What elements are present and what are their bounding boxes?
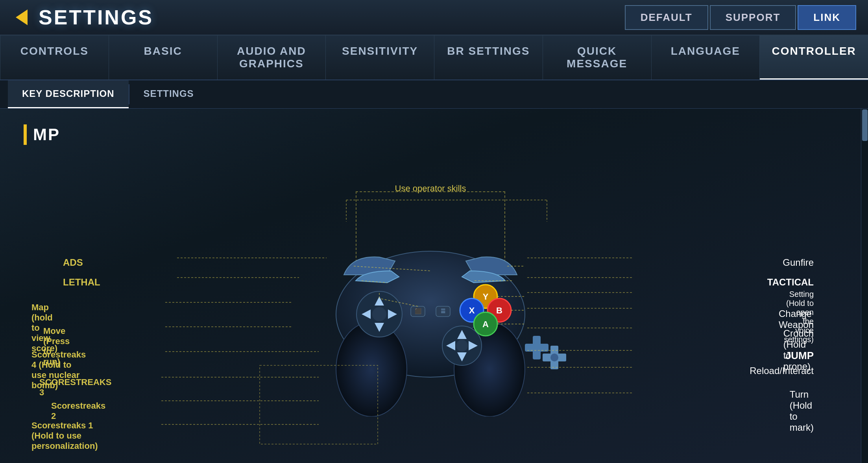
diagram-area: Use operator skills xyxy=(24,157,837,463)
header-buttons: DEFAULT SUPPORT LINK xyxy=(625,5,856,30)
subtab-key-description[interactable]: KEY DESCRIPTION xyxy=(8,80,129,108)
header-left: SETTINGS xyxy=(12,6,153,29)
sub-tabs: KEY DESCRIPTION SETTINGS xyxy=(0,80,868,109)
svg-text:A: A xyxy=(482,319,489,329)
label-reload: Reload/Interact xyxy=(750,365,814,376)
label-jump: JUMP xyxy=(785,350,814,362)
label-turn: Turn (Hold to mark) xyxy=(790,389,814,433)
svg-rect-11 xyxy=(525,344,549,352)
main-area: MP Use operator skills xyxy=(0,109,861,463)
svg-text:Y: Y xyxy=(483,292,489,302)
svg-point-20 xyxy=(456,340,468,352)
tab-controls[interactable]: CONTROLS xyxy=(0,35,109,80)
tab-basic[interactable]: BASIC xyxy=(109,35,218,80)
tab-controller[interactable]: CONTROLLER xyxy=(760,35,868,80)
label-ads: ADS xyxy=(63,257,83,268)
svg-point-9 xyxy=(372,307,386,321)
controller-svg: ⬛ ☰ Y X B A xyxy=(293,220,568,417)
default-button[interactable]: DEFAULT xyxy=(625,5,708,30)
svg-text:☰: ☰ xyxy=(441,308,446,314)
page-title: SETTINGS xyxy=(39,6,153,29)
label-scorestreaks2: Scorestreaks 2 xyxy=(51,401,105,421)
support-button[interactable]: SUPPORT xyxy=(710,5,796,30)
label-gunfire: Gunfire xyxy=(783,257,814,268)
label-change-weapon: Change Weapon xyxy=(779,308,814,330)
label-scorestreaks1: Scorestreaks 1 (Hold to use personalizat… xyxy=(31,420,98,451)
tab-audio-graphics[interactable]: AUDIO AND GRAPHICS xyxy=(218,35,326,80)
svg-text:B: B xyxy=(496,306,502,315)
header: SETTINGS DEFAULT SUPPORT LINK xyxy=(0,0,868,35)
nav-tabs: CONTROLS BASIC AUDIO AND GRAPHICS SENSIT… xyxy=(0,35,868,80)
tab-br-settings[interactable]: BR SETTINGS xyxy=(434,35,543,80)
svg-point-2 xyxy=(336,322,407,417)
scrollbar-thumb[interactable] xyxy=(862,109,868,141)
tab-sensitivity[interactable]: SENSITIVITY xyxy=(326,35,434,80)
label-scorestreaks3: SCORESTREAKS 3 xyxy=(39,377,111,398)
section-title: MP xyxy=(24,124,837,145)
label-lethal: LETHAL xyxy=(63,277,100,288)
content-area: MP Use operator skills xyxy=(0,109,868,463)
section-bar xyxy=(24,124,27,145)
tab-quick-message[interactable]: QUICK MESSAGE xyxy=(543,35,652,80)
controller-diagram: ⬛ ☰ Y X B A xyxy=(293,220,568,417)
link-button[interactable]: LINK xyxy=(798,5,856,30)
section-label: MP xyxy=(33,125,60,144)
svg-point-14 xyxy=(550,354,558,361)
svg-text:X: X xyxy=(469,306,475,315)
svg-marker-0 xyxy=(16,9,28,25)
svg-text:⬛: ⬛ xyxy=(415,308,422,315)
label-tactical: TACTICAL xyxy=(767,277,814,288)
back-icon[interactable] xyxy=(12,7,31,27)
scrollbar[interactable] xyxy=(861,109,868,463)
tab-language[interactable]: LANGUAGE xyxy=(652,35,760,80)
subtab-settings[interactable]: SETTINGS xyxy=(129,80,208,108)
